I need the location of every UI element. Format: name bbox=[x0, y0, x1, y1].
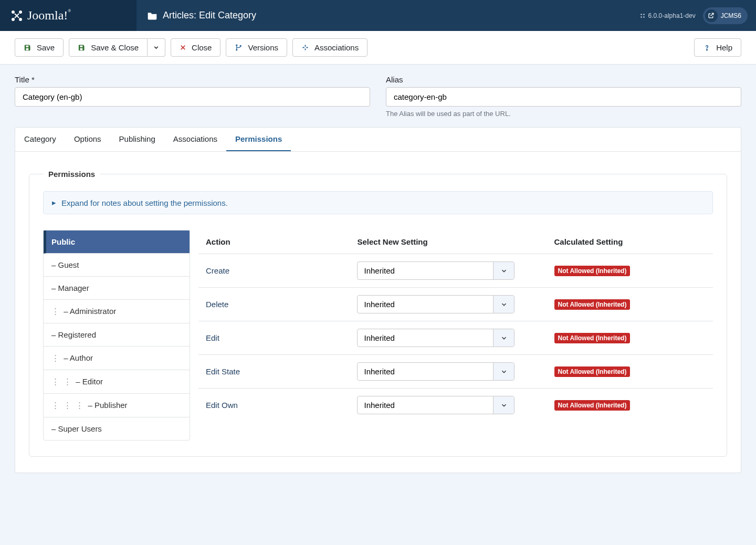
user-badge[interactable]: JCMS6 bbox=[703, 7, 748, 24]
form-area: Title * Alias The Alias will be used as … bbox=[0, 65, 756, 118]
expand-notes[interactable]: ▸ Expand for notes about setting the per… bbox=[43, 191, 713, 214]
col-action: Action bbox=[206, 237, 357, 246]
action-label: Delete bbox=[206, 300, 357, 309]
chevron-down-icon bbox=[493, 296, 514, 313]
svg-point-3 bbox=[19, 18, 22, 21]
alias-label: Alias bbox=[386, 75, 741, 84]
help-icon bbox=[703, 44, 711, 51]
associations-button[interactable]: Associations bbox=[292, 38, 368, 57]
group-item[interactable]: Public bbox=[44, 230, 190, 254]
setting-select[interactable]: Inherited bbox=[357, 329, 514, 347]
associations-icon bbox=[301, 44, 309, 51]
tab-permissions[interactable]: Permissions bbox=[226, 128, 291, 151]
brand-text: Joomla!® bbox=[27, 8, 71, 23]
setting-select[interactable]: Inherited bbox=[357, 362, 514, 381]
tab-category[interactable]: Category bbox=[15, 128, 65, 151]
svg-point-7 bbox=[643, 16, 645, 18]
folder-icon bbox=[147, 11, 158, 21]
permissions-legend: Permissions bbox=[43, 170, 100, 179]
setting-select[interactable]: Inherited bbox=[357, 295, 514, 313]
setting-select-input[interactable]: Inherited bbox=[358, 329, 493, 347]
version-text: 6.0.0-alpha1-dev bbox=[640, 12, 695, 19]
chevron-down-icon bbox=[493, 262, 514, 279]
action-label: Edit bbox=[206, 333, 357, 342]
tab-content: Permissions ▸ Expand for notes about set… bbox=[15, 152, 741, 473]
table-row: CreateInheritedNot Allowed (Inherited) bbox=[198, 254, 713, 288]
chevron-down-icon bbox=[493, 363, 514, 380]
group-item[interactable]: ⋮ – Author bbox=[44, 347, 190, 370]
svg-point-8 bbox=[236, 45, 238, 46]
group-item[interactable]: – Guest bbox=[44, 254, 190, 277]
alias-help: The Alias will be used as part of the UR… bbox=[386, 110, 741, 118]
permissions-fieldset: Permissions ▸ Expand for notes about set… bbox=[29, 170, 727, 457]
brand-logo[interactable]: Joomla!® bbox=[0, 0, 136, 31]
joomla-small-icon bbox=[640, 13, 645, 18]
svg-point-0 bbox=[12, 11, 15, 14]
svg-point-9 bbox=[236, 49, 238, 50]
action-label: Edit Own bbox=[206, 401, 357, 410]
indent-icon: ⋮ ⋮ ⋮ bbox=[51, 401, 88, 410]
setting-select-input[interactable]: Inherited bbox=[358, 363, 493, 380]
group-list: Public– Guest– Manager⋮ – Administrator–… bbox=[43, 230, 190, 441]
user-name: JCMS6 bbox=[721, 12, 741, 19]
setting-select-input[interactable]: Inherited bbox=[358, 262, 493, 279]
save-icon bbox=[24, 44, 32, 51]
chevron-down-icon bbox=[153, 44, 160, 51]
table-row: Edit OwnInheritedNot Allowed (Inherited) bbox=[198, 389, 713, 422]
svg-point-4 bbox=[640, 14, 642, 15]
action-label: Edit State bbox=[206, 367, 357, 376]
page-title: Articles: Edit Category bbox=[136, 10, 640, 21]
branch-icon bbox=[235, 44, 243, 51]
expand-arrow-icon: ▸ bbox=[52, 198, 56, 207]
tab-publishing[interactable]: Publishing bbox=[110, 128, 164, 151]
svg-point-11 bbox=[707, 49, 708, 50]
permissions-table: Action Select New Setting Calculated Set… bbox=[198, 230, 713, 441]
action-label: Create bbox=[206, 266, 357, 275]
status-badge: Not Allowed (Inherited) bbox=[554, 266, 631, 276]
header-right: 6.0.0-alpha1-dev JCMS6 bbox=[640, 7, 756, 24]
save-close-button[interactable]: Save & Close bbox=[69, 38, 148, 57]
toolbar: Save Save & Close Close Versions Associa… bbox=[0, 31, 756, 65]
save-close-dropdown[interactable] bbox=[148, 38, 165, 57]
group-item[interactable]: ⋮ ⋮ ⋮ – Publisher bbox=[44, 394, 190, 417]
tabs: Category Options Publishing Associations… bbox=[15, 127, 741, 152]
table-row: DeleteInheritedNot Allowed (Inherited) bbox=[198, 288, 713, 321]
svg-point-6 bbox=[640, 16, 642, 18]
col-calculated: Calculated Setting bbox=[554, 237, 706, 246]
svg-point-1 bbox=[19, 11, 22, 14]
chevron-down-icon bbox=[493, 329, 514, 347]
external-link-icon bbox=[705, 9, 718, 22]
tab-options[interactable]: Options bbox=[65, 128, 110, 151]
col-setting: Select New Setting bbox=[357, 237, 554, 246]
close-button[interactable]: Close bbox=[171, 38, 220, 57]
indent-icon: ⋮ ⋮ bbox=[51, 377, 76, 386]
group-item[interactable]: ⋮ ⋮ – Editor bbox=[44, 370, 190, 394]
save-icon bbox=[78, 44, 86, 51]
tab-associations[interactable]: Associations bbox=[164, 128, 226, 151]
save-button[interactable]: Save bbox=[15, 38, 64, 57]
svg-point-2 bbox=[12, 18, 15, 21]
title-label: Title * bbox=[15, 75, 370, 84]
status-badge: Not Allowed (Inherited) bbox=[554, 299, 631, 310]
setting-select[interactable]: Inherited bbox=[357, 396, 514, 414]
svg-point-5 bbox=[643, 14, 645, 15]
setting-select-input[interactable]: Inherited bbox=[358, 296, 493, 313]
table-row: EditInheritedNot Allowed (Inherited) bbox=[198, 321, 713, 355]
title-field[interactable] bbox=[15, 87, 370, 107]
alias-field[interactable] bbox=[386, 87, 741, 107]
close-icon bbox=[180, 44, 186, 51]
group-item[interactable]: – Manager bbox=[44, 277, 190, 300]
indent-icon: ⋮ bbox=[51, 353, 64, 362]
setting-select-input[interactable]: Inherited bbox=[358, 396, 493, 414]
group-item[interactable]: – Registered bbox=[44, 323, 190, 347]
setting-select[interactable]: Inherited bbox=[357, 261, 514, 280]
status-badge: Not Allowed (Inherited) bbox=[554, 400, 631, 411]
chevron-down-icon bbox=[493, 396, 514, 414]
group-item[interactable]: ⋮ – Administrator bbox=[44, 300, 190, 323]
status-badge: Not Allowed (Inherited) bbox=[554, 366, 631, 377]
indent-icon: ⋮ bbox=[51, 307, 64, 316]
group-item[interactable]: – Super Users bbox=[44, 417, 190, 440]
status-badge: Not Allowed (Inherited) bbox=[554, 333, 631, 343]
help-button[interactable]: Help bbox=[694, 38, 741, 57]
versions-button[interactable]: Versions bbox=[226, 38, 287, 57]
